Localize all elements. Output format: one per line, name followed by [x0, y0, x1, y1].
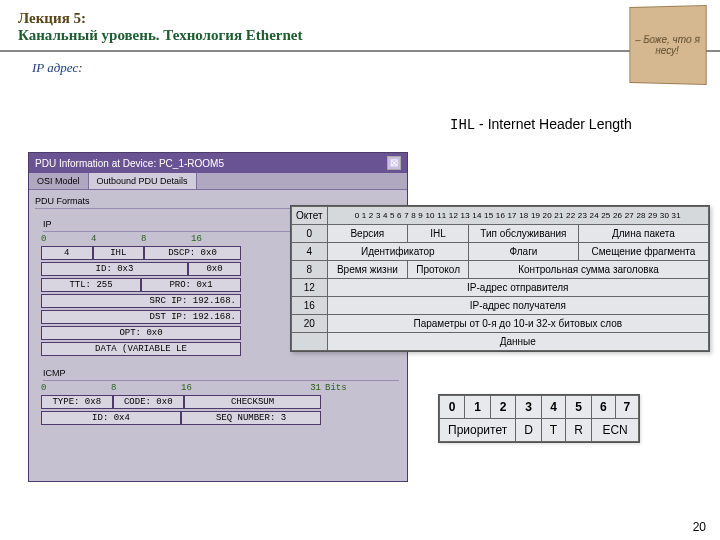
icmp-bit-ruler: 0 8 16 31 [41, 383, 321, 393]
bit-2: 2 [490, 396, 515, 419]
rowdata-octet [292, 333, 328, 351]
cell-version: Версия [327, 225, 408, 243]
icmp-checksum-field: CHECKSUM [184, 395, 321, 409]
row4-octet: 4 [292, 243, 328, 261]
row12-octet: 12 [292, 279, 328, 297]
ip-src-field: SRC IP: 192.168. [41, 294, 241, 308]
r-flag: R [566, 419, 592, 442]
row16-octet: 16 [292, 297, 328, 315]
lecture-title: Канальный уровень. Технология Ethernet [18, 27, 302, 43]
cell-flags: Флаги [469, 243, 579, 261]
bit-5: 5 [566, 396, 592, 419]
icmp-ruler-31: 31 [251, 383, 321, 393]
window-title: PDU Information at Device: PC_1-ROOM5 [35, 158, 224, 169]
bits-label: Bits [325, 383, 347, 393]
ihl-definition: IHL - Internet Header Length [450, 116, 632, 133]
icmp-ruler-0: 0 [41, 383, 111, 393]
ip-ttl-field: TTL: 255 [41, 278, 141, 292]
lecture-number: Лекция 5: [18, 10, 86, 26]
cell-tos: Тип обслуживания [469, 225, 579, 243]
ip-header-structure-table: Октет 0 1 2 3 4 5 6 7 8 9 10 11 12 13 14… [290, 205, 710, 352]
cell-ihl: IHL [408, 225, 469, 243]
cell-protocol: Протокол [408, 261, 469, 279]
ip-protocol-field: PRO: 0x1 [141, 278, 241, 292]
icmp-type-field: TYPE: 0x8 [41, 395, 113, 409]
ip-ihl-field: IHL [93, 246, 145, 260]
bit-1: 1 [465, 396, 490, 419]
cell-identifier: Идентификатор [327, 243, 469, 261]
ruler-0: 0 [41, 234, 91, 244]
bit-positions-header: 0 1 2 3 4 5 6 7 8 9 10 11 12 13 14 15 16… [327, 207, 708, 225]
tab-osi-model[interactable]: OSI Model [29, 173, 89, 189]
bit-6: 6 [591, 396, 615, 419]
cell-src-ip: IP-адрес отправителя [327, 279, 708, 297]
ip-bit-ruler: 0 4 8 16 [41, 234, 241, 244]
row8-octet: 8 [292, 261, 328, 279]
ruler-16: 16 [191, 234, 241, 244]
icmp-ruler-8: 8 [111, 383, 181, 393]
ihl-abbrev: IHL [450, 117, 475, 133]
bit-0: 0 [440, 396, 465, 419]
shopping-bag-image: – Боже, что я несу! [629, 5, 706, 85]
ihl-separator: - [479, 116, 484, 132]
row20-octet: 20 [292, 315, 328, 333]
cell-dst-ip: IP-адрес получателя [327, 297, 708, 315]
t-flag: T [541, 419, 565, 442]
icmp-code-field: CODE: 0x0 [113, 395, 185, 409]
octet-header: Октет [292, 207, 328, 225]
priority-label: Приоритет [440, 419, 516, 442]
ip-data-field: DATA (VARIABLE LE [41, 342, 241, 356]
ip-flags-field: 0x0 [188, 262, 241, 276]
tos-priority-table: 0 1 2 3 4 5 6 7 Приоритет D T R ECN [438, 394, 640, 443]
close-icon[interactable]: ⊠ [387, 156, 401, 170]
icmp-seq-field: SEQ NUMBER: 3 [181, 411, 321, 425]
ip-options-field: OPT: 0x0 [41, 326, 241, 340]
bit-3: 3 [516, 396, 542, 419]
ip-address-heading: IP адрес: [32, 60, 720, 76]
bit-4: 4 [541, 396, 565, 419]
cell-checksum: Контрольная сумма заголовка [469, 261, 709, 279]
slide-header: Лекция 5: Канальный уровень. Технология … [0, 0, 720, 52]
ip-dscp-field: DSCP: 0x0 [144, 246, 241, 260]
tab-outbound-pdu[interactable]: Outbound PDU Details [89, 173, 197, 189]
icmp-section-label: ICMP [43, 368, 399, 381]
ruler-8: 8 [141, 234, 191, 244]
cell-length: Длина пакета [578, 225, 708, 243]
tab-strip: OSI Model Outbound PDU Details [29, 173, 407, 190]
row0-octet: 0 [292, 225, 328, 243]
ip-dst-field: DST IP: 192.168. [41, 310, 241, 324]
cell-options: Параметры от 0-я до 10-и 32-х битовых сл… [327, 315, 708, 333]
window-titlebar: PDU Information at Device: PC_1-ROOM5 ⊠ [29, 153, 407, 173]
icmp-ruler-16: 16 [181, 383, 251, 393]
ruler-4: 4 [91, 234, 141, 244]
ecn-label: ECN [591, 419, 638, 442]
ihl-full: Internet Header Length [488, 116, 632, 132]
d-flag: D [516, 419, 542, 442]
ip-version-field: 4 [41, 246, 93, 260]
ip-id-field: ID: 0x3 [41, 262, 188, 276]
cell-fragment-offset: Смещение фрагмента [578, 243, 708, 261]
icmp-id-field: ID: 0x4 [41, 411, 181, 425]
bit-7: 7 [615, 396, 639, 419]
page-number: 20 [693, 520, 706, 534]
cell-ttl: Время жизни [327, 261, 408, 279]
cell-data: Данные [327, 333, 708, 351]
